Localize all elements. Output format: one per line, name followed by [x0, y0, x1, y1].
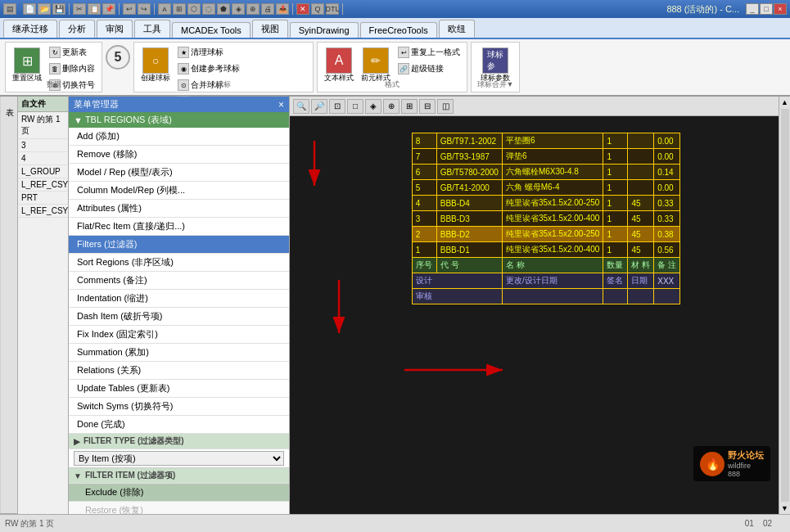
toolbar-more6[interactable]: ⊕ [246, 3, 260, 15]
menu-item-summation[interactable]: Summation (累加) [69, 344, 289, 362]
tab-mcadex[interactable]: MCADEx Tools [172, 22, 251, 38]
btn-repeat-format[interactable]: ↩ 重复上一格式 [395, 45, 463, 60]
menu-item-indentation[interactable]: Indentation (缩进) [69, 290, 289, 308]
menu-item-model-rep[interactable]: Model / Rep (模型/表示) [69, 164, 289, 182]
toolbar-q[interactable]: Q [311, 3, 324, 15]
sidebar-item-4[interactable]: 4 [18, 152, 68, 165]
toolbar-export[interactable]: 📤 [276, 3, 289, 15]
btn-hyperlink[interactable]: 🔗 超级链接 [395, 61, 463, 76]
menu-item-flat-rec[interactable]: Flat/Rec Item (直接/递归...) [69, 218, 289, 236]
toolbar-copy[interactable]: 📋 [88, 3, 101, 15]
sidebar-header: 自文件 [18, 97, 68, 112]
ribbon-tabs: 继承迁移 分析 审阅 工具 MCADEx Tools 视图 SyinDrawin… [0, 18, 790, 39]
toolbar-redo[interactable]: ↪ [138, 3, 151, 15]
tab-shitu[interactable]: 视图 [252, 20, 288, 38]
left-tab-table[interactable]: 表 [1, 97, 17, 514]
menu-item-exclude[interactable]: Exclude (排除) [69, 484, 289, 502]
text-style-icon: A [326, 47, 352, 74]
toolbar-paste[interactable]: 📌 [102, 3, 115, 15]
right-scrollbar[interactable]: ▲ ▼ [779, 97, 790, 514]
menu-item-attributes-label: Attributes (属性) [77, 202, 142, 214]
btn-clear-balloon[interactable]: ★ 清理球标 [175, 45, 242, 60]
toolbar-open[interactable]: 📂 [38, 3, 51, 15]
tab-fenxi[interactable]: 分析 [59, 20, 95, 38]
maximize-btn[interactable]: □ [760, 3, 773, 15]
toolbar-new[interactable]: 📄 [23, 3, 36, 15]
canvas-btn-more2[interactable]: ⊞ [401, 99, 418, 114]
btn-update-table[interactable]: ↻ 更新表 [47, 45, 97, 60]
cell-seq: 6 [412, 165, 436, 180]
sidebar-item-3[interactable]: 3 [18, 139, 68, 152]
tab-shenyue[interactable]: 审阅 [97, 20, 133, 38]
menu-item-switch-syms[interactable]: Switch Syms (切换符号) [69, 398, 289, 416]
ribbon-group-format-label: 格式 [318, 79, 467, 90]
canvas-btn-more1[interactable]: ⊕ [383, 99, 400, 114]
toolbar-undo[interactable]: ↩ [123, 3, 136, 15]
cell-material [628, 165, 654, 180]
watermark-text: 野火论坛 wildfire 888 [728, 449, 764, 478]
balloon-number: 5 [106, 45, 130, 70]
canvas-btn-pan[interactable]: □ [347, 99, 363, 114]
menu-item-filters[interactable]: Filters (过滤器) [69, 236, 289, 254]
menu-item-fix-index[interactable]: Fix Index (固定索引) [69, 326, 289, 344]
toolbar-more2[interactable]: ⬡ [187, 3, 201, 15]
btn-delete-content[interactable]: 🗑 删除内容 [47, 61, 97, 76]
menu-item-done[interactable]: Done (完成) [69, 416, 289, 434]
menu-item-column-model-rep[interactable]: Column Model/Rep (列模... [69, 182, 289, 200]
toolbar-print[interactable]: 🖨 [261, 3, 274, 15]
sidebar-item-refcsys1[interactable]: L_REF_CSYS_1 [18, 205, 68, 218]
canvas-btn-select[interactable]: ◈ [365, 99, 381, 114]
menu-item-update-tables-label: Update Tables (更新表) [77, 382, 170, 394]
menu-item-update-tables[interactable]: Update Tables (更新表) [69, 380, 289, 398]
menu-item-add[interactable]: Add (添加) [69, 128, 289, 146]
menu-icon[interactable]: ▤ [3, 3, 16, 15]
menu-item-attributes[interactable]: Attributes (属性) [69, 200, 289, 218]
btn-ref-balloon[interactable]: ◉ 创建参考球标 [175, 61, 242, 76]
tab-jicheng[interactable]: 继承迁移 [3, 20, 57, 38]
minimize-btn[interactable]: _ [746, 3, 759, 15]
tree-panel-close[interactable]: × [278, 99, 284, 110]
cell-seq: 4 [412, 196, 436, 211]
canvas-btn-zoom-fit[interactable]: ⊡ [329, 99, 345, 114]
toolbar-more4[interactable]: ⬟ [217, 3, 230, 15]
sidebar-item-page1[interactable]: RW 的第 1 页 [18, 112, 68, 139]
cell-remark: 0.56 [654, 242, 680, 258]
sidebar-item-refcsys[interactable]: L_REF_CSYS [18, 178, 68, 192]
bom-table: 8 GB/T97.1-2002 平垫圈6 1 0.00 7 GB/T93-198… [412, 133, 680, 304]
canvas-content[interactable]: 8 GB/T97.1-2002 平垫圈6 1 0.00 7 GB/T93-198… [290, 116, 779, 514]
close-btn[interactable]: × [774, 3, 787, 15]
filter-type-select[interactable]: By Item (按项) [74, 451, 284, 466]
toolbar-more1[interactable]: ⊞ [173, 3, 186, 15]
tab-freecreotools[interactable]: FreeCreoTools [360, 22, 437, 38]
toolbar-x[interactable]: ✕ [296, 3, 309, 15]
menu-item-restore[interactable]: Restore (恢复) [69, 502, 289, 514]
canvas-btn-zoom-in[interactable]: 🔍 [293, 99, 309, 114]
tab-ounie[interactable]: 欧纽 [439, 20, 475, 38]
reset-region-icon: ⊞ [14, 47, 40, 74]
menu-item-dash-item[interactable]: Dash Item (破折号项) [69, 308, 289, 326]
toolbar-cut[interactable]: ✂ [73, 3, 86, 15]
toolbar-more3[interactable]: ◌ [202, 3, 215, 15]
cell-name-header: 名 称 [502, 258, 603, 273]
front-style-icon: ✏ [363, 47, 389, 74]
sidebar-item-prt[interactable]: PRT [18, 192, 68, 205]
toolbar-text[interactable]: A [158, 3, 171, 15]
canvas-btn-more3[interactable]: ⊟ [419, 99, 436, 114]
canvas-btn-more4[interactable]: ◫ [437, 99, 454, 114]
toolbar-save[interactable]: 💾 [52, 3, 65, 15]
left-tab-filter[interactable]: 过 [0, 97, 1, 514]
toolbar-more5[interactable]: ◈ [232, 3, 245, 15]
menu-item-relations[interactable]: Relations (关系) [69, 362, 289, 380]
tab-gongju[interactable]: 工具 [134, 20, 170, 38]
cell-remark: 0.14 [654, 165, 680, 180]
sidebar-item-group[interactable]: L_GROUP [18, 165, 68, 178]
tab-syindrawing[interactable]: SyinDrawing [290, 22, 359, 38]
menu-item-sort-regions[interactable]: Sort Regions (非序区域) [69, 254, 289, 272]
toolbar-dtl[interactable]: DTL [326, 3, 339, 15]
menu-item-remove[interactable]: Remove (移除) [69, 146, 289, 164]
canvas-btn-zoom-out[interactable]: 🔎 [311, 99, 327, 114]
scroll-down[interactable]: ▼ [779, 503, 790, 514]
scroll-up[interactable]: ▲ [779, 97, 790, 108]
menu-item-comments[interactable]: Comments (备注) [69, 272, 289, 290]
table-row: 4 BBB-D4 纯里诶省35x1.5x2.00-250 1 45 0.33 [412, 196, 679, 211]
